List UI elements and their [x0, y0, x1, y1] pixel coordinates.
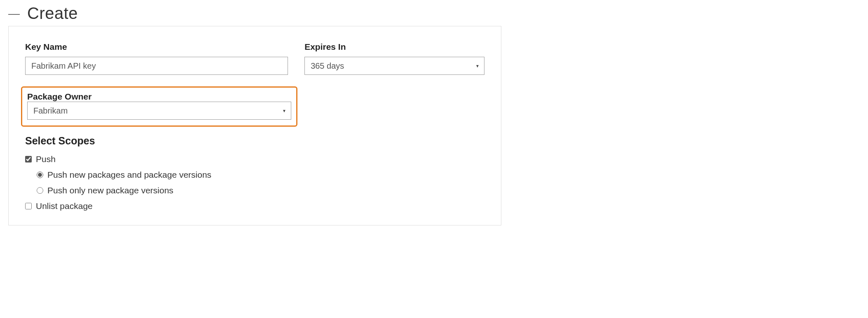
scope-push-row: Push	[25, 154, 484, 164]
scope-push-versions-row: Push only new package versions	[37, 186, 484, 195]
push-checkbox[interactable]	[25, 156, 32, 162]
scopes-heading: Select Scopes	[25, 135, 484, 147]
scope-unlist-row: Unlist package	[25, 201, 484, 211]
section-header: — Create	[8, 4, 860, 23]
page-title: Create	[27, 4, 78, 23]
scope-push-new-row: Push new packages and package versions	[37, 170, 484, 180]
top-row: Key Name Expires In 365 days ▼	[25, 42, 484, 75]
push-versions-only-label: Push only new package versions	[47, 186, 173, 195]
key-name-label: Key Name	[25, 42, 288, 52]
package-owner-highlight: Package Owner Fabrikam ▼	[21, 86, 297, 127]
push-label: Push	[36, 154, 56, 164]
package-owner-select[interactable]: Fabrikam	[27, 102, 291, 120]
push-new-and-versions-radio[interactable]	[37, 172, 43, 178]
package-owner-label: Package Owner	[27, 92, 91, 101]
push-new-and-versions-label: Push new packages and package versions	[47, 170, 211, 180]
key-name-input[interactable]	[25, 57, 288, 75]
unlist-label: Unlist package	[36, 201, 93, 211]
expires-in-label: Expires In	[304, 42, 484, 52]
expires-in-select[interactable]: 365 days	[304, 57, 484, 75]
push-versions-only-radio[interactable]	[37, 187, 43, 194]
unlist-checkbox[interactable]	[25, 203, 32, 209]
expires-in-group: Expires In 365 days ▼	[304, 42, 484, 75]
create-panel: Key Name Expires In 365 days ▼ Package O…	[8, 26, 501, 225]
key-name-group: Key Name	[25, 42, 288, 75]
collapse-icon[interactable]: —	[8, 8, 20, 19]
